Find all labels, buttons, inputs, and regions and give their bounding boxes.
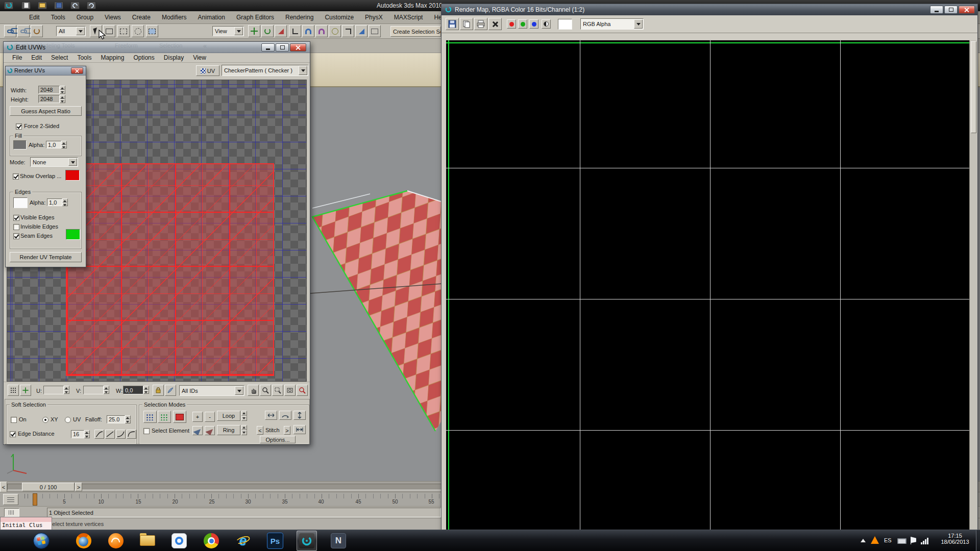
tray-clock[interactable]: 17:15 18/06/2013 [936, 533, 974, 549]
fill-alpha-field[interactable]: 1,0 [46, 141, 61, 148]
taskbar-app-quicktime[interactable] [169, 531, 189, 551]
soft-selection-on-checkbox[interactable] [11, 417, 17, 423]
scrollbar-thumb[interactable] [971, 41, 976, 133]
edge-distance-field[interactable]: 16 [71, 430, 84, 438]
bind-to-space-warp-icon[interactable] [31, 25, 43, 37]
euvw-menu-display[interactable]: Display [159, 54, 188, 61]
channel-display-dropdown[interactable]: RGB Alpha [580, 18, 644, 30]
open-file-icon[interactable] [38, 2, 47, 9]
pan-button[interactable] [248, 385, 259, 396]
new-file-icon[interactable] [21, 2, 31, 9]
menu-create[interactable]: Create [127, 14, 156, 21]
edges-alpha-spinner[interactable] [62, 198, 68, 206]
xy-radio[interactable] [42, 417, 48, 423]
height-spinner[interactable] [60, 95, 65, 103]
angle-snap-icon[interactable] [315, 25, 328, 37]
loop-button[interactable]: Loop [217, 411, 240, 421]
menu-graph-editors[interactable]: Graph Editors [231, 14, 280, 21]
taskbar-app-3ds-max[interactable] [297, 531, 317, 551]
selection-filter-dropdown[interactable]: All [56, 26, 86, 36]
guess-aspect-ratio-button[interactable]: Guess Aspect Ratio [10, 106, 82, 116]
reference-coordinate-icon[interactable] [289, 25, 301, 37]
save-file-icon[interactable] [54, 2, 63, 9]
zoom-to-selection-button[interactable] [297, 385, 308, 396]
action-center-tray-icon[interactable] [911, 537, 916, 544]
euvw-menu-mapping[interactable]: Mapping [96, 54, 129, 61]
zoom-button[interactable] [260, 385, 271, 396]
height-field[interactable]: 2048 [38, 95, 60, 103]
language-indicator[interactable]: ES [884, 537, 892, 543]
paint-select-minus-button[interactable] [205, 426, 215, 435]
taskbar-app-notes[interactable]: N [328, 531, 349, 551]
taskbar-app-thunderbird[interactable] [106, 531, 126, 551]
material-id-dropdown[interactable]: All IDs [179, 385, 244, 396]
fill-alpha-spinner[interactable] [61, 141, 67, 148]
euvw-menu-select[interactable]: Select [46, 54, 72, 61]
visible-edges-checkbox[interactable] [13, 215, 19, 221]
select-element-checkbox[interactable] [143, 428, 150, 434]
show-map-toggle-button[interactable]: UV [196, 65, 219, 76]
next-frame-button[interactable]: > [75, 483, 82, 491]
taskbar-app-explorer[interactable] [137, 531, 158, 551]
absolute-mode-button[interactable] [8, 385, 19, 396]
mode-dropdown[interactable]: None [30, 157, 78, 167]
lock-selection-button[interactable] [153, 385, 164, 396]
euvw-menu-view[interactable]: View [188, 54, 211, 61]
network-tray-icon[interactable] [921, 538, 929, 544]
selection-lock-toggle[interactable] [4, 508, 19, 517]
menu-rendering[interactable]: Rendering [280, 14, 319, 21]
named-selection-dropdown[interactable]: View [212, 26, 244, 36]
render-uv-template-button[interactable]: Render UV Template [10, 252, 82, 262]
edges-alpha-field[interactable]: 1,0 [47, 198, 62, 206]
render-map-minimize-button[interactable] [930, 6, 943, 14]
w-spinner[interactable] [143, 386, 149, 394]
rendered-uv-template-canvas[interactable] [446, 40, 969, 534]
menu-tools[interactable]: Tools [45, 14, 71, 21]
menu-animation[interactable]: Animation [192, 14, 231, 21]
show-desktop-button[interactable] [976, 530, 980, 551]
percent-snap-icon[interactable] [329, 25, 341, 37]
save-bitmap-button[interactable] [446, 18, 459, 30]
menu-group[interactable]: Group [71, 14, 99, 21]
select-and-link-icon[interactable] [4, 25, 16, 37]
falloff-spinner[interactable] [125, 415, 131, 423]
filter-selected-faces-button[interactable] [165, 385, 176, 396]
current-frame-marker[interactable] [33, 493, 37, 506]
delete-bitmap-button[interactable] [488, 18, 502, 30]
face-subobject-button[interactable] [173, 411, 186, 423]
spinner-snap-icon[interactable] [342, 25, 354, 37]
show-overlap-checkbox[interactable] [13, 173, 19, 180]
force-2sided-checkbox[interactable] [16, 123, 22, 130]
width-spinner[interactable] [60, 86, 65, 94]
previous-frame-button[interactable]: < [0, 482, 7, 492]
ring-spinner[interactable] [241, 425, 247, 435]
menu-physx[interactable]: PhysX [359, 14, 388, 21]
taskbar-app-firefox[interactable] [74, 531, 94, 551]
render-map-scrollbar[interactable] [969, 40, 977, 534]
edge-distance-checkbox[interactable] [10, 431, 16, 437]
uv-radio[interactable] [65, 417, 71, 423]
green-channel-button[interactable] [518, 19, 527, 29]
overlap-color-swatch[interactable] [65, 170, 80, 181]
redo-icon[interactable] [87, 2, 96, 9]
ring-button[interactable]: Ring [217, 425, 240, 435]
euvw-menu-file[interactable]: File [8, 54, 27, 61]
clone-bitmap-button[interactable] [460, 18, 473, 30]
euvw-menu-options[interactable]: Options [129, 54, 159, 61]
falloff-curve-linear-button[interactable] [105, 430, 115, 439]
invisible-edges-checkbox[interactable] [13, 224, 19, 230]
zoom-extents-button[interactable] [284, 385, 296, 396]
edge-subobject-button[interactable] [158, 411, 171, 423]
falloff-curve-fast-button[interactable] [127, 430, 136, 439]
w-field[interactable]: 0,0 [123, 386, 143, 394]
edge-color-swatch[interactable] [13, 197, 28, 208]
options-button[interactable]: Options... [260, 436, 296, 443]
width-field[interactable]: 2048 [38, 86, 60, 94]
align-vertical-icon[interactable] [293, 411, 306, 420]
u-field[interactable] [43, 386, 64, 394]
edit-uvws-minimize-button[interactable] [261, 43, 275, 52]
edge-distance-spinner[interactable] [84, 430, 90, 438]
shrink-selection-button[interactable]: - [205, 412, 215, 422]
keyboard-tray-icon[interactable] [897, 538, 906, 544]
start-button[interactable] [33, 532, 50, 551]
